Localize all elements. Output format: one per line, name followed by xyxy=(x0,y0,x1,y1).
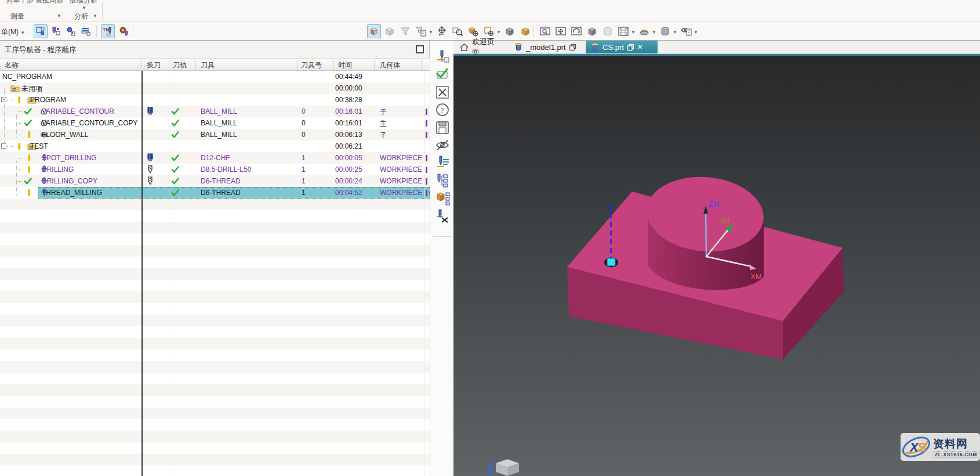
table-header: 名称换刀刀轨刀具刀具号时间几何体 xyxy=(0,58,430,71)
table-row[interactable]: FLOOR_WALLBALL_MILL000:06:13子 xyxy=(0,129,430,140)
column-header[interactable]: 名称 xyxy=(5,60,19,70)
operation-navigator-panel: 工序导航器 - 程序顺序 名称换刀刀轨刀具刀具号时间几何体 NC_PROGRAM… xyxy=(0,41,430,476)
zoom-box-icon[interactable] xyxy=(451,24,464,38)
tool-name: D12-CHF xyxy=(201,154,230,162)
shaded-cube2-icon[interactable] xyxy=(518,24,532,38)
edge-bar-icon[interactable] xyxy=(79,24,93,38)
progress-mark xyxy=(426,178,427,185)
chevron-down-icon[interactable]: ▼ xyxy=(93,13,97,19)
row-name[interactable]: VARIABLE_CONTOUR xyxy=(42,107,114,116)
row-name[interactable]: DRILLING_COPY xyxy=(42,177,97,185)
row-name[interactable]: THREAD_MILLING xyxy=(42,189,102,197)
tab-CS.prt[interactable]: CS.prt✕ xyxy=(586,41,658,53)
ribbon-separator xyxy=(63,2,63,20)
column-line xyxy=(141,71,143,476)
table-row[interactable]: -PROGRAM00:38:28 xyxy=(0,94,430,106)
chevron-down-icon[interactable]: ▼ xyxy=(57,13,61,19)
row-name[interactable]: FLOOR_WALL xyxy=(42,131,88,139)
column-header[interactable]: 刀具号 xyxy=(301,60,322,70)
geometry-hierarchy-icon[interactable] xyxy=(435,190,450,205)
window-icon[interactable] xyxy=(569,44,576,51)
eye-list-icon[interactable] xyxy=(679,24,693,38)
point-select-icon[interactable] xyxy=(64,24,78,38)
dark-cube-icon[interactable] xyxy=(585,24,599,38)
filter-box-icon[interactable] xyxy=(414,24,428,38)
tool-name: D6-THREAD xyxy=(201,177,241,185)
toolpath-list-icon[interactable] xyxy=(435,155,450,170)
time-value: 00:00:05 xyxy=(335,154,362,162)
verify-toolpath-icon[interactable] xyxy=(435,67,450,82)
row-name[interactable]: PROGRAM xyxy=(30,96,66,104)
close-icon[interactable]: ✕ xyxy=(637,43,643,51)
row-name[interactable]: 未用项 xyxy=(21,84,42,94)
show-toolpath-icon[interactable]: TM xyxy=(101,24,115,38)
menu-button[interactable]: 单(M) ▼ xyxy=(1,27,25,37)
chevron-down-icon[interactable]: ▼ xyxy=(652,30,656,35)
column-header[interactable]: 刀具 xyxy=(201,60,215,70)
column-header[interactable]: 时间 xyxy=(338,60,352,70)
ghost-cube-icon[interactable] xyxy=(383,24,397,38)
table-row[interactable]: 未用项00:00:00 xyxy=(0,82,430,94)
3d-canvas[interactable]: ZM YM XM xyxy=(453,56,980,476)
show-tool-icon[interactable] xyxy=(117,24,131,38)
ribbon-draft-analysis[interactable]: 拔模分析 xyxy=(70,0,97,5)
chevron-down-icon[interactable]: ▼ xyxy=(673,30,677,35)
toolpath-check-icon xyxy=(171,107,179,117)
selection-filter-icon[interactable] xyxy=(398,24,412,38)
tab-bar: 欢迎页面_model1.prtCS.prt✕ xyxy=(453,41,980,53)
time-value: 00:00:00 xyxy=(335,84,362,92)
component-point-icon[interactable] xyxy=(49,24,63,38)
table-row[interactable]: DRILLINGD8.5-DRILL-L50100:00:25WORKPIECE xyxy=(0,164,430,175)
column-line xyxy=(424,71,424,476)
table-row[interactable]: SPOT_DRILLINGD12-CHF100:00:05WORKPIECE xyxy=(0,152,430,164)
column-line xyxy=(169,71,169,476)
row-name[interactable]: DRILLING xyxy=(42,165,74,174)
chevron-down-icon[interactable]: ▼ xyxy=(694,30,698,35)
fit-view-icon[interactable] xyxy=(538,24,552,38)
delete-toolpath-icon[interactable] xyxy=(435,208,450,223)
column-header[interactable]: 刀轨 xyxy=(173,60,187,70)
column-header[interactable]: 几何体 xyxy=(379,60,400,70)
generate-toolpath-icon[interactable] xyxy=(435,49,450,64)
table-row[interactable]: DRILLING_COPYD6-THREAD100:00:24WORKPIECE xyxy=(0,175,430,187)
table-body: NC_PROGRAM00:44:49未用项00:00:00-PROGRAM00:… xyxy=(0,71,430,476)
table-row[interactable]: VARIABLE_CONTOUR_COPYBALL_MILL000:16:01主 xyxy=(0,117,430,129)
progress-mark xyxy=(426,120,427,127)
column-header[interactable]: 换刀 xyxy=(147,60,161,70)
section-icon[interactable] xyxy=(637,24,651,38)
maximize-button[interactable] xyxy=(416,45,424,53)
row-name[interactable]: SPOT_DRILLING xyxy=(42,154,97,162)
tool-hierarchy-icon[interactable] xyxy=(435,173,450,188)
help-icon[interactable]: ? xyxy=(435,102,450,117)
grid-window-icon[interactable] xyxy=(616,24,630,38)
tool-name: BALL_MILL xyxy=(201,131,237,139)
chevron-down-icon[interactable]: ▼ xyxy=(631,30,636,35)
pan-view-icon[interactable] xyxy=(554,24,568,38)
table-row[interactable]: -TEST00:06:21 xyxy=(0,140,430,152)
snap-point-icon[interactable] xyxy=(367,24,381,38)
ribbon-clipped-buttons[interactable]: 简单干涉 装配间隙 xyxy=(6,0,63,5)
row-name[interactable]: VARIABLE_CONTOUR_COPY xyxy=(42,119,138,127)
save-icon[interactable] xyxy=(435,120,450,135)
table-row[interactable]: VARIABLE_CONTOURBALL_MILL000:16:01子 xyxy=(0,106,430,117)
ghost-cylinder-icon[interactable] xyxy=(601,24,615,38)
tab-欢迎页面[interactable]: 欢迎页面 xyxy=(455,41,502,53)
shaded-cube-icon[interactable] xyxy=(503,24,517,38)
hide-icon[interactable] xyxy=(435,138,450,153)
chevron-down-icon[interactable]: ▼ xyxy=(429,30,433,35)
chevron-down-icon[interactable]: ▼ xyxy=(82,5,86,10)
tab-_model1.prt[interactable]: _model1.prt xyxy=(509,41,578,53)
cylinder-view-icon[interactable] xyxy=(658,24,672,38)
row-name[interactable]: NC_PROGRAM xyxy=(2,73,52,81)
chevron-down-icon[interactable]: ▼ xyxy=(496,30,501,35)
ribbon-group-measure: 测量 xyxy=(10,12,24,21)
row-name[interactable]: TEST xyxy=(30,142,48,150)
table-row[interactable]: THREAD_MILLINGD6-THREAD100:04:52WORKPIEC… xyxy=(0,187,430,199)
window-icon[interactable] xyxy=(627,44,634,51)
toolpath-check-icon xyxy=(171,165,179,175)
close-box-icon[interactable] xyxy=(435,85,450,100)
table-row[interactable]: NC_PROGRAM00:44:49 xyxy=(0,71,430,82)
component-select-icon[interactable] xyxy=(34,24,48,38)
rotate-view-icon[interactable] xyxy=(569,24,583,38)
move-object-icon[interactable] xyxy=(435,24,449,38)
